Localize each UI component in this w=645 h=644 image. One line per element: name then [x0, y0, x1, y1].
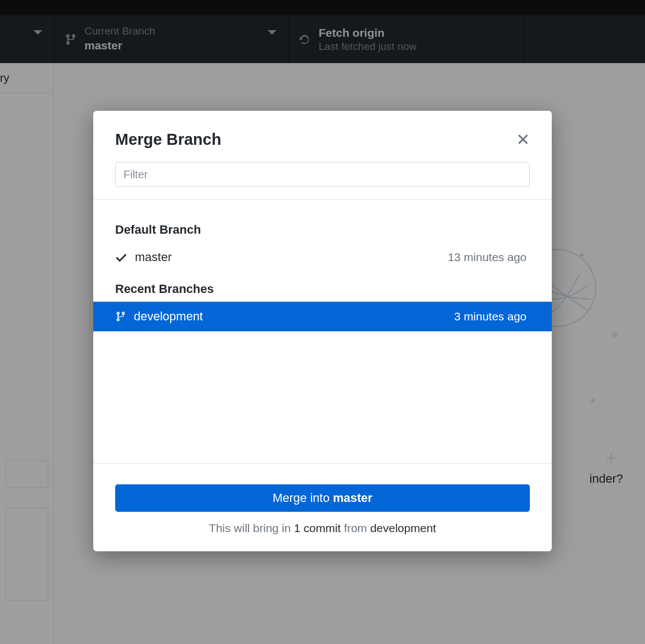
- dialog-footer: Merge into master This will bring in 1 c…: [93, 463, 552, 551]
- branch-row-development[interactable]: development 3 minutes ago: [93, 302, 552, 331]
- branch-timestamp: 3 minutes ago: [454, 310, 527, 323]
- check-icon: [115, 251, 127, 263]
- modal-overlay: Merge Branch ✕ Default Branch master 13 …: [0, 0, 645, 644]
- branch-list: Default Branch master 13 minutes ago Rec…: [93, 200, 552, 463]
- merge-branch-dialog: Merge Branch ✕ Default Branch master 13 …: [93, 111, 552, 551]
- close-icon[interactable]: ✕: [516, 132, 530, 148]
- branch-row-master[interactable]: master 13 minutes ago: [93, 242, 552, 272]
- git-branch-icon: [115, 310, 126, 323]
- branch-timestamp: 13 minutes ago: [448, 251, 527, 264]
- merge-button-target: master: [333, 491, 372, 505]
- merge-hint: This will bring in 1 commit from develop…: [115, 522, 530, 535]
- branch-name: master: [135, 250, 172, 264]
- merge-button-prefix: Merge into: [273, 491, 330, 505]
- recent-branches-heading: Recent Branches: [93, 272, 552, 302]
- default-branch-heading: Default Branch: [93, 212, 552, 242]
- merge-button[interactable]: Merge into master: [115, 484, 530, 512]
- branch-name: development: [134, 309, 203, 324]
- filter-input[interactable]: [115, 162, 530, 187]
- dialog-title: Merge Branch: [115, 131, 221, 149]
